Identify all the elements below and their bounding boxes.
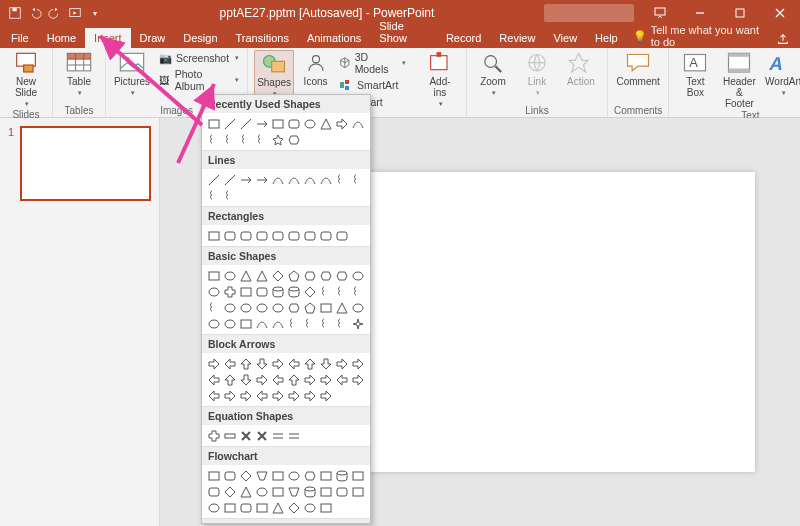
tab-help[interactable]: Help	[586, 28, 627, 48]
shapes-gallery-dropdown[interactable]: Recently Used ShapesLinesRectanglesBasic…	[201, 94, 371, 524]
shape-thumb[interactable]	[222, 300, 237, 315]
shape-thumb[interactable]	[334, 228, 349, 243]
shape-thumb[interactable]	[286, 300, 301, 315]
shape-thumb[interactable]	[222, 372, 237, 387]
shape-thumb[interactable]	[206, 300, 221, 315]
shape-thumb[interactable]	[286, 500, 301, 515]
shape-thumb[interactable]	[206, 116, 221, 131]
shape-thumb[interactable]	[254, 300, 269, 315]
new-slide-button[interactable]: NewSlide	[6, 50, 46, 108]
shape-thumb[interactable]	[206, 372, 221, 387]
header-footer-button[interactable]: Header& Footer	[719, 50, 759, 109]
shape-thumb[interactable]	[334, 284, 349, 299]
shape-thumb[interactable]	[254, 468, 269, 483]
shape-thumb[interactable]	[318, 356, 333, 371]
shape-thumb[interactable]	[318, 468, 333, 483]
shapes-button[interactable]: Shapes	[254, 50, 294, 99]
shape-thumb[interactable]	[334, 268, 349, 283]
shape-thumb[interactable]	[286, 484, 301, 499]
minimize-button[interactable]	[680, 0, 720, 26]
shape-thumb[interactable]	[254, 228, 269, 243]
smartart-button[interactable]: SmartArt	[337, 77, 408, 93]
shape-thumb[interactable]	[206, 484, 221, 499]
slide-canvas[interactable]	[355, 172, 755, 472]
shape-thumb[interactable]	[206, 284, 221, 299]
shape-thumb[interactable]	[270, 316, 285, 331]
shape-thumb[interactable]	[318, 284, 333, 299]
link-button[interactable]: Link	[517, 50, 557, 97]
text-box-button[interactable]: A TextBox	[675, 50, 715, 98]
shape-thumb[interactable]	[270, 300, 285, 315]
shape-thumb[interactable]	[302, 388, 317, 403]
3d-models-button[interactable]: 3D Models	[337, 50, 408, 76]
shape-thumb[interactable]	[238, 484, 253, 499]
shape-thumb[interactable]	[254, 372, 269, 387]
shape-thumb[interactable]	[270, 484, 285, 499]
tab-record[interactable]: Record	[437, 28, 490, 48]
shape-thumb[interactable]	[254, 484, 269, 499]
shape-thumb[interactable]	[302, 284, 317, 299]
qat-dropdown-icon[interactable]: ▾	[88, 6, 102, 20]
comment-button[interactable]: Comment	[618, 50, 658, 87]
photo-album-button[interactable]: 🖼Photo Album	[156, 67, 241, 93]
shape-thumb[interactable]	[286, 428, 301, 443]
shape-thumb[interactable]	[318, 300, 333, 315]
shape-thumb[interactable]	[270, 428, 285, 443]
shape-thumb[interactable]	[270, 284, 285, 299]
shape-thumb[interactable]	[222, 316, 237, 331]
shape-thumb[interactable]	[254, 284, 269, 299]
shape-thumb[interactable]	[206, 356, 221, 371]
shape-thumb[interactable]	[350, 172, 365, 187]
ribbon-options-icon[interactable]	[640, 0, 680, 26]
shape-thumb[interactable]	[254, 428, 269, 443]
shape-thumb[interactable]	[302, 116, 317, 131]
shape-thumb[interactable]	[222, 468, 237, 483]
shape-thumb[interactable]	[270, 132, 285, 147]
pictures-button[interactable]: Pictures	[112, 50, 152, 97]
shape-thumb[interactable]	[334, 468, 349, 483]
shape-thumb[interactable]	[222, 388, 237, 403]
shape-thumb[interactable]	[286, 468, 301, 483]
shape-thumb[interactable]	[238, 300, 253, 315]
tab-home[interactable]: Home	[38, 28, 85, 48]
undo-icon[interactable]	[28, 6, 42, 20]
shape-thumb[interactable]	[238, 356, 253, 371]
tab-draw[interactable]: Draw	[131, 28, 175, 48]
shape-thumb[interactable]	[222, 428, 237, 443]
shape-thumb[interactable]	[238, 116, 253, 131]
tab-review[interactable]: Review	[490, 28, 544, 48]
shape-thumb[interactable]	[318, 484, 333, 499]
tab-transitions[interactable]: Transitions	[227, 28, 298, 48]
zoom-button[interactable]: Zoom	[473, 50, 513, 97]
shape-thumb[interactable]	[238, 316, 253, 331]
shape-thumb[interactable]	[206, 500, 221, 515]
shape-thumb[interactable]	[238, 284, 253, 299]
shape-thumb[interactable]	[254, 388, 269, 403]
shape-thumb[interactable]	[206, 268, 221, 283]
screenshot-button[interactable]: 📷Screenshot	[156, 50, 241, 66]
shape-thumb[interactable]	[302, 372, 317, 387]
shape-thumb[interactable]	[206, 172, 221, 187]
shape-thumb[interactable]	[254, 132, 269, 147]
shape-thumb[interactable]	[238, 132, 253, 147]
shape-thumb[interactable]	[254, 172, 269, 187]
shape-thumb[interactable]	[238, 388, 253, 403]
shape-thumb[interactable]	[318, 172, 333, 187]
shape-thumb[interactable]	[222, 500, 237, 515]
shape-thumb[interactable]	[238, 500, 253, 515]
shape-thumb[interactable]	[254, 268, 269, 283]
save-icon[interactable]	[8, 6, 22, 20]
addins-button[interactable]: Add-ins	[420, 50, 460, 108]
shape-thumb[interactable]	[238, 468, 253, 483]
start-from-beginning-icon[interactable]	[68, 6, 82, 20]
shape-thumb[interactable]	[206, 468, 221, 483]
shape-thumb[interactable]	[238, 428, 253, 443]
shape-thumb[interactable]	[350, 356, 365, 371]
shape-thumb[interactable]	[270, 116, 285, 131]
shape-thumb[interactable]	[286, 372, 301, 387]
shape-thumb[interactable]	[302, 484, 317, 499]
shape-thumb[interactable]	[350, 284, 365, 299]
shape-thumb[interactable]	[318, 228, 333, 243]
shape-thumb[interactable]	[206, 228, 221, 243]
shape-thumb[interactable]	[238, 372, 253, 387]
